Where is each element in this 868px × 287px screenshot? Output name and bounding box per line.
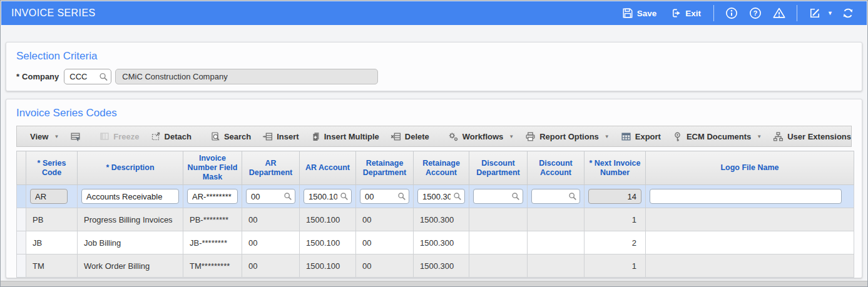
- description-cell: Progress Billing Invoices: [78, 208, 183, 231]
- help-button[interactable]: ?: [747, 4, 764, 22]
- series-code-input: [30, 189, 68, 204]
- next-invoice-number-cell: 1: [585, 254, 646, 278]
- table-header-row: * Series Code * Description Invoice Numb…: [17, 151, 854, 185]
- detach-button[interactable]: Detach: [145, 131, 197, 141]
- lov-search-icon[interactable]: [340, 192, 349, 201]
- lov-search-icon[interactable]: [397, 192, 406, 201]
- save-button-label: Save: [637, 9, 657, 18]
- user-extensions-label: User Extensions: [787, 132, 851, 141]
- invoice-series-codes-title: Invoice Series Codes: [16, 107, 852, 119]
- series-code-cell: JB: [26, 231, 78, 254]
- column-header-logo-file-name[interactable]: Logo File Name: [646, 151, 854, 185]
- retainage-account-cell: 1500.300: [414, 208, 469, 231]
- window-bottom-edge: [1, 281, 867, 286]
- delete-icon: [391, 131, 401, 142]
- workflows-button[interactable]: Workflows ▼: [442, 131, 519, 142]
- lov-search-icon[interactable]: [511, 192, 520, 201]
- insert-multiple-label: Insert Multiple: [324, 132, 379, 141]
- column-header-retainage-account[interactable]: Retainage Account: [414, 151, 469, 185]
- save-button[interactable]: Save: [618, 5, 661, 21]
- refresh-icon: [842, 7, 854, 19]
- company-field-row: * Company CMiC Construction Company: [16, 69, 852, 84]
- column-header-ar-account[interactable]: AR Account: [300, 151, 356, 185]
- retainage-account-cell: 1500.300: [414, 254, 469, 278]
- description-cell: Job Billing: [78, 231, 183, 254]
- info-button[interactable]: [723, 4, 740, 22]
- warning-button[interactable]: [770, 4, 788, 22]
- table-row-ar[interactable]: [17, 185, 854, 208]
- edit-mode-button[interactable]: [806, 4, 824, 22]
- freeze-button: Freeze: [94, 131, 145, 141]
- insert-button[interactable]: Insert: [257, 131, 304, 142]
- delete-label: Delete: [405, 132, 429, 141]
- retainage-department-cell: 00: [356, 254, 414, 278]
- edit-icon: [809, 7, 821, 19]
- table-row-tm[interactable]: TM Work Order Billing TM********* 00 150…: [17, 254, 854, 278]
- column-header-discount-account[interactable]: Discount Account: [528, 151, 585, 185]
- lov-search-icon[interactable]: [283, 192, 292, 201]
- ar-account-cell: 1500.100: [300, 208, 356, 231]
- lov-search-icon[interactable]: [568, 192, 577, 201]
- insert-multiple-button[interactable]: Insert Multiple: [305, 131, 385, 141]
- user-extensions-button[interactable]: User Extensions: [767, 131, 857, 142]
- row-selector[interactable]: [17, 208, 26, 231]
- detach-label: Detach: [165, 132, 191, 141]
- detach-icon: [151, 131, 161, 141]
- ar-account-cell: 1500.100: [300, 231, 356, 254]
- logo-file-name-cell: [646, 208, 854, 231]
- logo-file-name-input[interactable]: [650, 189, 842, 204]
- column-header-series-code[interactable]: * Series Code: [26, 151, 78, 185]
- invoice-mask-input[interactable]: [187, 189, 238, 204]
- app-window: INVOICE SERIES Save: [0, 0, 868, 287]
- lov-search-icon[interactable]: [453, 192, 462, 201]
- workflows-icon: [448, 131, 459, 142]
- titlebar-actions: Save Exit: [618, 4, 857, 22]
- svg-text:?: ?: [753, 9, 758, 17]
- refresh-button[interactable]: [839, 4, 857, 22]
- lov-search-icon[interactable]: [99, 72, 108, 81]
- company-label: Company: [22, 72, 59, 81]
- ar-department-cell: 00: [242, 208, 300, 231]
- discount-account-cell: [528, 231, 585, 254]
- column-header-next-invoice-number[interactable]: * Next Invoice Number: [585, 151, 646, 185]
- view-menu-button[interactable]: View ▼: [24, 132, 64, 141]
- ar-department-cell: 00: [242, 231, 300, 254]
- report-options-button[interactable]: Report Options ▼: [519, 131, 615, 142]
- report-options-icon: [525, 131, 536, 142]
- row-selector[interactable]: [17, 185, 26, 208]
- view-caret-icon: ▼: [54, 134, 59, 139]
- titlebar-separator: [713, 5, 714, 21]
- delete-button[interactable]: Delete: [385, 131, 435, 142]
- column-header-discount-department[interactable]: Discount Department: [469, 151, 528, 185]
- query-by-example-icon: [70, 131, 81, 142]
- column-header-ar-department[interactable]: AR Department: [242, 151, 300, 185]
- row-selector[interactable]: [17, 254, 26, 278]
- save-icon: [622, 8, 633, 19]
- query-by-example-button[interactable]: [64, 131, 86, 142]
- page-title: INVOICE SERIES: [11, 8, 96, 19]
- ecm-documents-button[interactable]: ECM Documents ▼: [666, 131, 767, 142]
- table-row-pb[interactable]: PB Progress Billing Invoices PB-********…: [17, 208, 854, 231]
- company-name-field: CMiC Construction Company: [115, 69, 378, 84]
- column-header-description[interactable]: * Description: [78, 151, 183, 185]
- freeze-label: Freeze: [113, 132, 139, 141]
- report-options-caret-icon: ▼: [605, 134, 610, 139]
- titlebar-separator: [797, 5, 797, 21]
- edit-mode-caret-icon[interactable]: ▼: [827, 10, 833, 16]
- exit-button[interactable]: Exit: [666, 5, 705, 21]
- discount-account-cell: [528, 254, 585, 278]
- invoice-mask-cell: TM*********: [183, 254, 242, 278]
- table-row-jb[interactable]: JB Job Billing JB-******** 00 1500.100 0…: [17, 231, 854, 254]
- description-input[interactable]: [81, 189, 179, 204]
- column-header-invoice-mask[interactable]: Invoice Number Field Mask: [183, 151, 242, 185]
- search-label: Search: [224, 132, 251, 141]
- next-invoice-number-cell: 1: [585, 208, 646, 231]
- search-button[interactable]: Search: [205, 131, 257, 141]
- row-selector[interactable]: [17, 231, 26, 254]
- export-button[interactable]: Export: [615, 131, 666, 142]
- insert-icon: [262, 131, 273, 142]
- selection-criteria-title: Selection Criteria: [16, 50, 852, 63]
- column-header-retainage-department[interactable]: Retainage Department: [356, 151, 414, 185]
- retainage-department-cell: 00: [356, 231, 414, 254]
- grid-toolbar: View ▼: [16, 126, 852, 147]
